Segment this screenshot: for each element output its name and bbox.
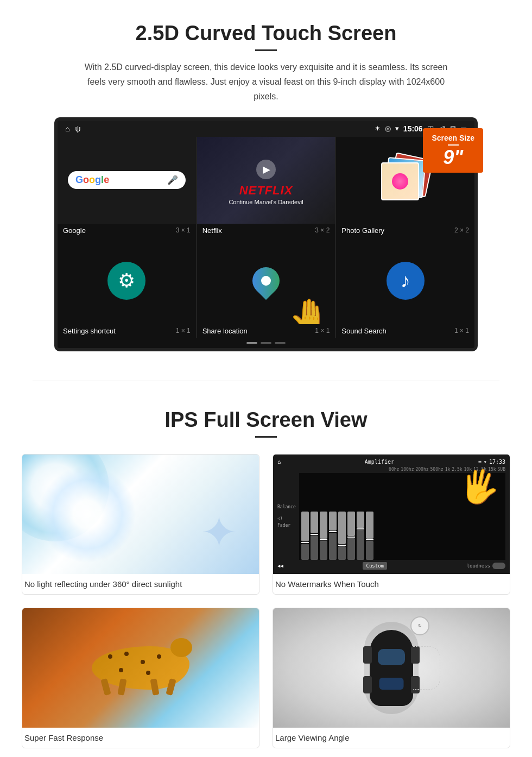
leg bbox=[150, 678, 159, 696]
badge-size: 9" bbox=[432, 148, 474, 167]
amp-main: Balance ◁) Fader bbox=[277, 473, 505, 560]
sunlight-caption: No light reflecting under 360° direct su… bbox=[22, 574, 259, 594]
spot bbox=[141, 660, 145, 664]
sun-glow bbox=[39, 465, 136, 563]
netflix-logo: NETFLIX bbox=[229, 184, 303, 198]
sunlight-image: ✦ bbox=[22, 455, 259, 574]
google-search-bar[interactable]: Google 🎤 bbox=[68, 171, 185, 189]
status-left: ⌂ ψ bbox=[65, 124, 80, 133]
eq-bar-5 bbox=[338, 506, 346, 560]
section2-divider bbox=[255, 436, 277, 438]
amplifier-caption: No Watermarks When Touch bbox=[273, 574, 510, 594]
wheel-rear-left bbox=[363, 676, 372, 693]
amp-side-labels: Balance ◁) Fader bbox=[277, 473, 297, 560]
amp-header: ⌂ Amplifier ≡ ▾ 17:33 bbox=[277, 459, 505, 465]
amp-title: Amplifier bbox=[365, 459, 394, 465]
google-grid-size: 3 × 1 bbox=[176, 226, 191, 234]
photo-card-3 bbox=[381, 162, 419, 200]
car-body bbox=[370, 630, 413, 706]
custom-button[interactable]: Custom bbox=[363, 562, 387, 570]
amp-time: 17:33 bbox=[489, 459, 505, 465]
eq-bar-7 bbox=[357, 506, 364, 560]
settings-icon-bg: ⚙ bbox=[107, 262, 145, 300]
amplifier-image: ⌂ Amplifier ≡ ▾ 17:33 60hz 100hz 200hz 5… bbox=[273, 455, 510, 574]
section1-desc: With 2.5D curved-display screen, this de… bbox=[81, 60, 451, 104]
netflix-grid-size: 3 × 2 bbox=[315, 226, 330, 234]
netflix-label: Netflix bbox=[202, 226, 222, 235]
leg bbox=[100, 678, 111, 696]
netflix-content: ▶ NETFLIX Continue Marvel's Daredevil bbox=[229, 155, 303, 205]
status-bar: ⌂ ψ ✶ ◎ ▾ 15:06 ◫ ◁) ⊠ ▭ bbox=[58, 121, 474, 137]
section2-title: IPS Full Screen View bbox=[22, 408, 510, 432]
badge-label: Screen Size bbox=[432, 134, 474, 142]
sound-cell[interactable]: ♪ bbox=[336, 237, 474, 324]
title-divider bbox=[255, 49, 277, 51]
amp-wifi-icon: ▾ bbox=[484, 459, 487, 465]
car-top-view: ↻ bbox=[359, 619, 424, 717]
ips-grid: ✦ No light reflecting under 360° direct … bbox=[22, 454, 510, 748]
home-icon[interactable]: ⌂ bbox=[65, 124, 69, 133]
wheel-front-left bbox=[363, 646, 372, 664]
share-label: Share location bbox=[202, 327, 248, 335]
cheetah-head bbox=[170, 638, 192, 657]
settings-label-row: Settings shortcut 1 × 1 bbox=[58, 324, 196, 338]
cheetah-torso bbox=[92, 646, 189, 690]
sound-app-cell: ♪ Sound Search 1 × 1 bbox=[336, 237, 474, 338]
play-button[interactable]: ▶ bbox=[256, 160, 276, 179]
netflix-cell[interactable]: ▶ NETFLIX Continue Marvel's Daredevil bbox=[197, 137, 335, 224]
photo-stack bbox=[381, 156, 430, 205]
hand-touch-icon: 🖐 bbox=[456, 464, 503, 509]
amp-home-icon: ⌂ bbox=[277, 459, 281, 465]
eq-bar-4 bbox=[329, 506, 337, 560]
share-grid-size: 1 × 1 bbox=[315, 327, 330, 335]
pagination-dots bbox=[58, 338, 474, 348]
google-mic-icon[interactable]: 🎤 bbox=[167, 175, 178, 185]
music-note-icon: ♪ bbox=[401, 269, 410, 292]
settings-app-cell: ⚙ Settings shortcut 1 × 1 bbox=[58, 237, 196, 338]
google-label: Google bbox=[63, 226, 86, 235]
status-time: 15:06 bbox=[403, 124, 423, 133]
toggle-pill[interactable] bbox=[492, 563, 505, 569]
cheetah-caption: Super Fast Response bbox=[22, 728, 259, 748]
light-rays: ✦ bbox=[201, 507, 237, 558]
netflix-subtitle: Continue Marvel's Daredevil bbox=[229, 199, 303, 205]
device-screen: ⌂ ψ ✶ ◎ ▾ 15:06 ◫ ◁) ⊠ ▭ bbox=[54, 117, 478, 351]
share-cell[interactable]: 🤚 bbox=[197, 237, 335, 324]
gear-icon: ⚙ bbox=[118, 269, 135, 292]
device-mock: Screen Size 9" ⌂ ψ ✶ ◎ ▾ 15:06 ◫ ◁) ⊠ bbox=[54, 117, 478, 351]
section1-title: 2.5D Curved Touch Screen bbox=[33, 22, 499, 45]
amp-status: ≡ ▾ 17:33 bbox=[478, 459, 505, 465]
settings-cell[interactable]: ⚙ bbox=[58, 237, 196, 324]
gallery-label-row: Photo Gallery 2 × 2 bbox=[336, 224, 474, 237]
maps-pin bbox=[247, 261, 286, 300]
car-windshield bbox=[378, 649, 405, 665]
car-caption: Large Viewing Angle bbox=[273, 728, 510, 748]
app-grid-row1: Google 🎤 Google 3 × 1 bbox=[58, 137, 474, 237]
google-label-row: Google 3 × 1 bbox=[58, 224, 196, 237]
dot-1 bbox=[246, 342, 257, 344]
eq-bar-6 bbox=[347, 506, 355, 560]
usb-icon: ψ bbox=[75, 124, 80, 133]
eq-bar-1 bbox=[301, 506, 309, 560]
view-angle-indicator: ↻ bbox=[410, 616, 429, 635]
leg bbox=[166, 678, 176, 696]
netflix-app-cell: ▶ NETFLIX Continue Marvel's Daredevil Ne… bbox=[197, 137, 335, 237]
section-ips: IPS Full Screen View ✦ No light reflecti… bbox=[0, 392, 532, 757]
play-icon: ▶ bbox=[263, 163, 270, 175]
screen-size-badge: Screen Size 9" bbox=[423, 128, 483, 173]
spot bbox=[119, 668, 123, 672]
google-app-cell: Google 🎤 Google 3 × 1 bbox=[58, 137, 196, 237]
google-cell[interactable]: Google 🎤 bbox=[58, 137, 196, 224]
sound-grid-size: 1 × 1 bbox=[454, 327, 469, 335]
google-logo: Google bbox=[75, 174, 109, 186]
section-curved-touch: 2.5D Curved Touch Screen With 2.5D curve… bbox=[0, 0, 532, 370]
loudness-toggle: loudness bbox=[467, 563, 505, 569]
section-divider bbox=[33, 381, 499, 381]
badge-divider bbox=[448, 144, 459, 146]
angle-lines bbox=[413, 646, 440, 690]
sound-icon-bg: ♪ bbox=[387, 262, 425, 300]
ips-card-sunlight: ✦ No light reflecting under 360° direct … bbox=[22, 454, 259, 595]
settings-grid-size: 1 × 1 bbox=[176, 327, 191, 335]
loudness-label: loudness bbox=[467, 563, 490, 569]
cheetah-body bbox=[92, 646, 189, 690]
